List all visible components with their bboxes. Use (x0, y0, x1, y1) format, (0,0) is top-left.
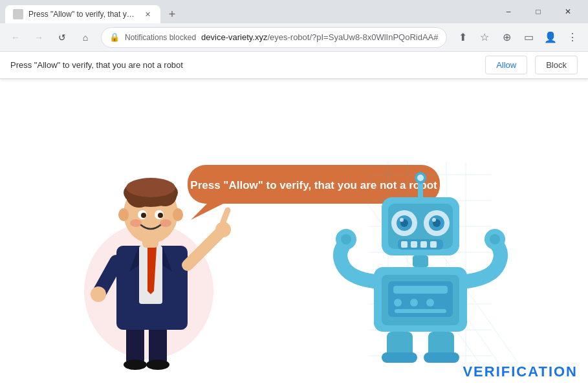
close-button[interactable]: ✕ (553, 0, 583, 23)
svg-point-19 (126, 178, 175, 197)
extension-button[interactable]: ⊕ (496, 27, 517, 48)
svg-point-71 (426, 299, 434, 307)
lock-icon: 🔒 (109, 32, 120, 42)
minimize-button[interactable]: – (494, 0, 523, 23)
svg-point-25 (173, 208, 183, 221)
notification-bar-text: Press "Allow" to verify, that you are no… (10, 60, 477, 70)
svg-rect-56 (418, 181, 423, 199)
cast-button[interactable]: ▭ (518, 27, 539, 48)
svg-rect-61 (411, 241, 417, 248)
share-button[interactable]: ⬆ (452, 27, 473, 48)
svg-rect-79 (382, 352, 417, 363)
svg-point-3 (146, 360, 169, 370)
illustration-area: Press "Allow" to verify, that you are no… (0, 52, 588, 388)
bookmark-button[interactable]: ☆ (474, 27, 495, 48)
menu-button[interactable]: ⋮ (562, 27, 583, 48)
svg-rect-80 (424, 352, 459, 363)
allow-button[interactable]: Allow (485, 56, 527, 74)
maximize-button[interactable]: □ (523, 0, 553, 23)
svg-point-23 (158, 213, 163, 218)
window-controls: – □ ✕ (488, 0, 583, 23)
url-display: device-variety.xyz/eyes-robot/?pI=SyaUw8… (201, 32, 439, 42)
address-bar[interactable]: 🔒 Notifications blocked device-variety.x… (101, 27, 447, 48)
svg-rect-62 (420, 241, 427, 248)
svg-point-74 (341, 234, 351, 244)
active-tab[interactable]: Press "Allow" to verify, that you ... ✕ (5, 5, 160, 23)
new-tab-button[interactable]: + (163, 5, 181, 23)
tab-area: Press "Allow" to verify, that you ... ✕ … (5, 0, 488, 23)
svg-point-76 (490, 234, 500, 244)
svg-rect-63 (430, 241, 437, 248)
home-button[interactable]: ⌂ (75, 27, 96, 48)
svg-point-54 (400, 218, 404, 222)
svg-point-70 (410, 299, 418, 307)
svg-point-69 (394, 299, 402, 307)
toolbar-actions: ⬆ ☆ ⊕ ▭ 👤 ⋮ (452, 27, 583, 48)
profile-button[interactable]: 👤 (540, 27, 561, 48)
svg-rect-68 (393, 286, 448, 294)
title-bar: Press "Allow" to verify, that you ... ✕ … (0, 0, 588, 23)
svg-point-13 (91, 286, 106, 302)
refresh-button[interactable]: ↺ (52, 27, 72, 48)
svg-point-2 (124, 360, 147, 370)
svg-point-27 (160, 219, 171, 227)
svg-rect-72 (395, 309, 446, 313)
svg-rect-64 (413, 255, 428, 267)
svg-point-24 (118, 208, 129, 221)
tab-favicon (13, 9, 23, 19)
chrome-window: Press "Allow" to verify, that you ... ✕ … (0, 0, 588, 388)
notification-permission-bar: Press "Allow" to verify, that you are no… (0, 52, 588, 79)
tab-close-button[interactable]: ✕ (142, 9, 153, 19)
url-path: /eyes-robot/?pI=SyaUw8-8x0WlInPQoRidAA# (267, 32, 438, 42)
notifications-blocked-label: Notifications blocked (125, 33, 196, 42)
svg-point-58 (417, 175, 424, 181)
block-button[interactable]: Block (535, 56, 578, 74)
tab-title: Press "Allow" to verify, that you ... (28, 10, 137, 19)
forward-button[interactable]: → (28, 27, 49, 48)
svg-line-11 (223, 210, 228, 222)
verification-text: VERIFICATION (463, 363, 578, 380)
svg-point-22 (141, 213, 146, 218)
back-button[interactable]: ← (5, 27, 26, 48)
browser-toolbar: ← → ↺ ⌂ 🔒 Notifications blocked device-v… (0, 23, 588, 52)
svg-point-26 (130, 219, 142, 227)
page-content: Press "Allow" to verify, that you are no… (0, 52, 588, 388)
url-site: device-variety.xyz (201, 32, 267, 42)
svg-point-55 (432, 218, 436, 222)
svg-rect-60 (401, 241, 408, 248)
speech-bubble-text: Press "Allow" to verify, that you are no… (190, 179, 437, 191)
scene-svg: Press "Allow" to verify, that you are no… (0, 71, 588, 388)
svg-marker-29 (191, 204, 223, 220)
